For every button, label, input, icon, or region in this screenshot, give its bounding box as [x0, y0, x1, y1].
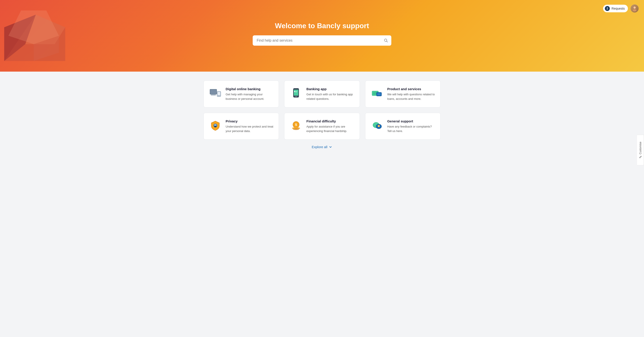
card-title-banking-app: Banking app	[306, 87, 354, 91]
svg-point-17	[296, 96, 296, 97]
card-title-products-services: Product and services	[387, 87, 435, 91]
svg-line-9	[386, 41, 388, 42]
requests-badge: 2	[605, 6, 610, 11]
search-wrapper	[253, 35, 391, 46]
card-icon-product	[371, 87, 383, 100]
card-financial-difficulty[interactable]: $ Financial difficulty Apply for assista…	[284, 113, 360, 140]
avatar-image	[630, 5, 639, 13]
pencil-icon	[639, 156, 642, 158]
card-desc-banking-app: Get in touch with us for banking app rel…	[306, 92, 354, 101]
main-content: Digital online banking Get help with man…	[199, 72, 445, 158]
explore-all-label: Explore all	[312, 145, 327, 149]
customise-tab-wrapper: Customise	[637, 135, 644, 165]
svg-rect-24	[378, 93, 380, 95]
svg-rect-13	[218, 92, 220, 95]
card-digital-banking[interactable]: Digital online banking Get help with man…	[204, 81, 279, 107]
card-title-financial-difficulty: Financial difficulty	[306, 119, 354, 123]
svg-rect-11	[211, 95, 216, 95]
card-privacy[interactable]: Privacy Understand how we protect and tr…	[204, 113, 279, 140]
customise-label: Customise	[639, 142, 642, 154]
card-body-products-services: Product and services We will help with q…	[387, 87, 435, 101]
card-body-privacy: Privacy Understand how we protect and tr…	[226, 119, 273, 133]
search-button[interactable]	[384, 38, 388, 43]
card-body-digital-banking: Digital online banking Get help with man…	[226, 87, 273, 101]
card-body-financial-difficulty: Financial difficulty Apply for assistanc…	[306, 119, 354, 133]
card-icon-support: &	[371, 119, 383, 132]
card-desc-products-services: We will help with questions related to l…	[387, 92, 435, 101]
card-desc-general-support: Have any feedback or complaints? Tell us…	[387, 124, 435, 133]
card-icon-finance: $	[290, 119, 302, 132]
card-body-general-support: General support Have any feedback or com…	[387, 119, 435, 133]
svg-point-18	[294, 91, 296, 92]
svg-rect-10	[210, 89, 217, 94]
explore-all-wrapper: Explore all	[204, 145, 440, 149]
card-banking-app[interactable]: Banking app Get in touch with us for ban…	[284, 81, 360, 107]
svg-point-7	[633, 9, 636, 12]
card-products-services[interactable]: Product and services We will help with q…	[365, 81, 440, 107]
card-icon-app	[290, 87, 302, 100]
svg-rect-16	[294, 90, 298, 96]
svg-rect-19	[296, 91, 298, 92]
user-avatar[interactable]	[630, 5, 639, 13]
svg-point-32	[293, 128, 299, 130]
requests-label: Requests	[612, 7, 625, 10]
card-title-general-support: General support	[387, 119, 435, 123]
top-nav: 2 Requests	[603, 5, 639, 13]
card-icon-privacy	[209, 119, 222, 132]
card-desc-financial-difficulty: Apply for assistance if you are experien…	[306, 124, 354, 133]
search-icon	[384, 38, 388, 43]
card-body-banking-app: Banking app Get in touch with us for ban…	[306, 87, 354, 101]
hero-title: Welcome to Bancly support	[275, 22, 369, 30]
svg-text:$: $	[295, 123, 297, 126]
hero-section: 2 Requests Welcome to Bancly support	[0, 0, 644, 72]
svg-point-14	[219, 96, 219, 96]
cards-grid: Digital online banking Get help with man…	[204, 81, 440, 140]
explore-all-button[interactable]: Explore all	[312, 145, 332, 149]
svg-point-6	[634, 7, 636, 9]
card-icon-digital	[209, 87, 222, 100]
chevron-down-icon	[329, 145, 332, 149]
svg-text:&: &	[378, 125, 380, 127]
search-input[interactable]	[253, 35, 391, 46]
card-title-privacy: Privacy	[226, 119, 273, 123]
svg-rect-20	[296, 92, 297, 92]
card-title-digital-banking: Digital online banking	[226, 87, 273, 91]
requests-button[interactable]: 2 Requests	[603, 5, 628, 12]
card-desc-digital-banking: Get help with managing your business or …	[226, 92, 273, 101]
card-general-support[interactable]: & General support Have any feedback or c…	[365, 113, 440, 140]
hero-decoration	[0, 0, 72, 69]
customise-button[interactable]: Customise	[637, 135, 644, 165]
card-desc-privacy: Understand how we protect and treat your…	[226, 124, 273, 133]
